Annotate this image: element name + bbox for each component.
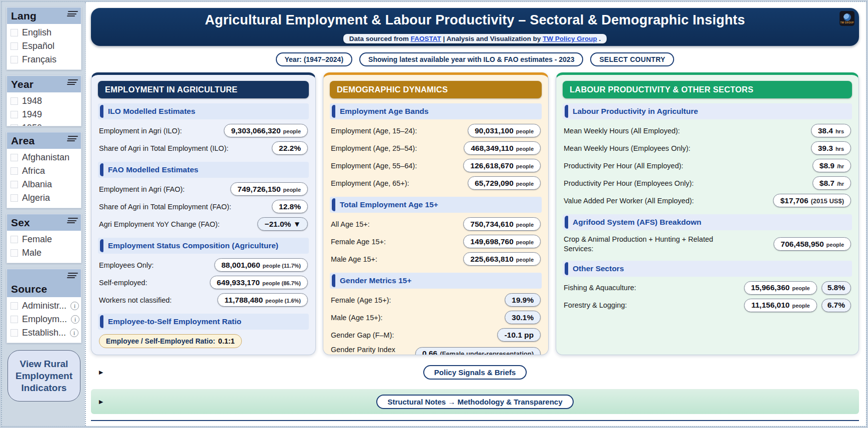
slicer-items: Afghanistan Africa Albania Algeria — [7, 149, 81, 208]
bracket-icon — [100, 239, 103, 252]
slicer-year-header: Year — [7, 76, 81, 92]
slicer-menu-icon[interactable] — [67, 273, 77, 279]
checkbox[interactable] — [10, 154, 18, 161]
slicer-sex: Sex Female Male — [6, 214, 81, 263]
slicer-option-albania[interactable]: Albania — [9, 178, 79, 191]
value-pill: 225,663,810people — [463, 252, 541, 266]
select-country-button[interactable]: SELECT COUNTRY — [590, 52, 674, 66]
value-pill: $8.7/hr — [813, 176, 851, 190]
metric-row: Agri Employment YoY Change (FAO):−21.0% … — [98, 215, 309, 233]
slicer-source: Source Administr...i Employm...i Establi… — [6, 269, 81, 343]
metric-row: Employees Only:88,001,060people (11.7%) — [98, 256, 309, 274]
metric-row: Fishing & Aquaculture:15,966,360people5.… — [563, 279, 852, 297]
policy-signals-button[interactable]: Policy Signals & Briefs — [423, 365, 527, 380]
metric-row: Employment (Age, 15–24):90,031,100people — [330, 122, 542, 139]
slicer-option-male[interactable]: Male — [9, 246, 79, 260]
checkbox[interactable] — [10, 29, 18, 36]
tw-logo: TW GROUP — [840, 11, 855, 26]
value-pill: 15,966,360people — [744, 281, 817, 295]
metric-row: Self-employed:649,933,170people (86.7%) — [98, 274, 309, 291]
policy-signals-expander[interactable]: ▶ Policy Signals & Briefs — [91, 361, 859, 383]
checkbox[interactable] — [10, 329, 18, 337]
checkbox[interactable] — [10, 236, 18, 243]
header-banner: Agricultural Employment & Labour Product… — [91, 8, 859, 46]
structural-notes-button[interactable]: Structural Notes → Methodology & Transpa… — [376, 395, 573, 409]
checkbox[interactable] — [10, 167, 18, 175]
section-gender-metrics: Gender Metrics 15+ — [330, 273, 542, 289]
metric-row: Share of Agri in Total Employment (FAO):… — [98, 198, 309, 215]
value-pill: 706,458,950people — [774, 237, 851, 251]
panel-header: EMPLOYMENT IN AGRICULTURE — [98, 81, 309, 98]
panel-header: LABOUR PRODUCTIVITY & OTHER SECTORS — [563, 81, 852, 98]
checkbox[interactable] — [10, 316, 18, 323]
checkbox[interactable] — [10, 56, 18, 63]
expand-arrow-icon[interactable]: ▶ — [99, 369, 103, 376]
view-rural-indicators-button[interactable]: View Rural Employment Indicators — [7, 350, 80, 402]
slicer-option-1948[interactable]: 1948 — [9, 94, 79, 108]
value-pill: 22.2% — [272, 141, 308, 155]
value-pill: 649,933,170people (86.7%) — [210, 276, 308, 289]
slicer-menu-icon[interactable] — [67, 79, 77, 86]
slicer-menu-icon[interactable] — [67, 136, 77, 142]
expand-arrow-icon[interactable]: ▶ — [99, 399, 103, 405]
checkbox[interactable] — [10, 181, 18, 188]
bracket-icon — [100, 105, 103, 118]
dashboard-root: Lang English Español Français Year 1948 … — [1, 1, 867, 427]
slicer-option-afghanistan[interactable]: Afghanistan — [9, 151, 79, 164]
slicer-items: 1948 1949 1950 — [7, 92, 81, 126]
section-afs-breakdown: Agrifood System (AFS) Breakdown — [563, 214, 852, 230]
slicer-option-1949[interactable]: 1949 — [9, 108, 79, 121]
tw-policy-group-link[interactable]: TW Policy Group — [543, 35, 597, 42]
metric-row: Employment in Agri (FAO):749,726,150peop… — [98, 180, 309, 198]
checkbox[interactable] — [10, 111, 18, 118]
checkbox[interactable] — [10, 42, 18, 50]
slicer-option-employment[interactable]: Employm...i — [9, 313, 79, 326]
section-labour-productivity: Labour Productivity in Agriculture — [563, 103, 852, 119]
metric-row: Share of Agri in Total Employment (ILO):… — [98, 139, 309, 157]
checkbox[interactable] — [10, 302, 18, 310]
slicer-option-female[interactable]: Female — [9, 233, 79, 246]
info-icon[interactable]: i — [70, 329, 78, 337]
value-pill: $8.9/hr — [813, 159, 851, 172]
slicer-option-establishment[interactable]: Establish...i — [9, 326, 79, 340]
slicer-option-africa[interactable]: Africa — [9, 164, 79, 178]
info-icon[interactable]: i — [70, 302, 79, 310]
slicer-menu-icon[interactable] — [67, 11, 77, 17]
value-pill: 30.1% — [505, 311, 541, 324]
slicer-menu-icon[interactable] — [67, 218, 77, 224]
metric-row: Gender Gap (F–M):-10.1 pp — [330, 326, 542, 344]
slicer-option-francais[interactable]: Français — [9, 53, 79, 66]
globe-icon — [844, 13, 851, 21]
slicer-option-english[interactable]: English — [9, 26, 79, 39]
checkbox[interactable] — [10, 97, 18, 105]
slicer-title: Area — [11, 135, 35, 147]
metric-row: Mean Weekly Hours (All Employed):38.4hrs — [563, 122, 852, 139]
bracket-icon — [565, 216, 568, 229]
slicer-area: Area Afghanistan Africa Albania Algeria — [6, 132, 81, 208]
slicer-source-header: Source — [7, 269, 81, 297]
slicer-option-algeria[interactable]: Algeria — [9, 191, 79, 205]
slicer-option-administrative[interactable]: Administr...i — [9, 299, 79, 313]
metric-row: Female Age 15+:149,698,760people — [330, 233, 542, 250]
checkbox[interactable] — [10, 124, 18, 126]
structural-notes-expander[interactable]: ▶ Structural Notes → Methodology & Trans… — [91, 389, 859, 414]
bracket-icon — [100, 163, 103, 176]
slicer-option-espanol[interactable]: Español — [9, 39, 79, 53]
ratio-chip: Employee / Self-Employed Ratio:0.1:1 — [99, 334, 242, 348]
panels-row: EMPLOYMENT IN AGRICULTURE ILO Modelled E… — [91, 72, 859, 355]
metric-row: All Age 15+:750,734,610people — [330, 215, 542, 233]
checkbox[interactable] — [10, 194, 18, 202]
faostat-link[interactable]: FAOSTAT — [411, 35, 441, 42]
value-pill: 468,349,110people — [464, 141, 541, 155]
value-pill: 9,303,066,320people — [224, 124, 308, 137]
slicer-sex-header: Sex — [7, 214, 81, 231]
info-icon[interactable]: i — [71, 315, 79, 324]
metric-row: Employment (Age, 55–64):126,618,670peopl… — [330, 157, 542, 174]
slicer-items: Administr...i Employm...i Establish...i — [7, 297, 81, 343]
page-title: Agricultural Employment & Labour Product… — [205, 12, 745, 28]
metric-row: Employment (Age, 65+):65,729,090people — [330, 174, 542, 192]
checkbox[interactable] — [10, 249, 18, 257]
section-age-bands: Employment Age Bands — [330, 103, 542, 119]
filter-sidebar: Lang English Español Français Year 1948 … — [2, 2, 85, 426]
slicer-option-1950[interactable]: 1950 — [9, 121, 79, 126]
